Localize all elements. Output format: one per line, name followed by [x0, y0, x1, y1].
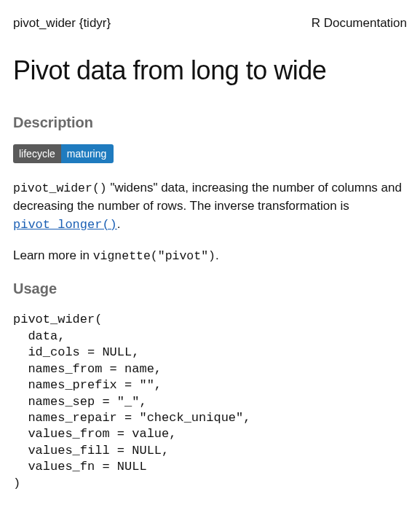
inline-code-vignette: vignette("pivot") [93, 249, 215, 263]
doc-header: pivot_wider {tidyr} R Documentation [13, 15, 407, 32]
badge-value: maturing [61, 144, 114, 163]
description-text-2: . [117, 217, 121, 231]
description-paragraph-2: Learn more in vignette("pivot"). [13, 247, 407, 265]
inline-code-pivot-wider: pivot_wider() [13, 181, 107, 195]
description-paragraph-1: pivot_wider() "widens" data, increasing … [13, 179, 407, 234]
learn-more-pre: Learn more in [13, 248, 93, 262]
function-package-label: pivot_wider {tidyr} [13, 15, 111, 32]
usage-code-block: pivot_wider( data, id_cols = NULL, names… [13, 312, 407, 492]
lifecycle-badge: lifecycle maturing [13, 144, 114, 163]
usage-heading: Usage [13, 278, 407, 299]
pivot-longer-link[interactable]: pivot_longer() [13, 218, 117, 232]
description-heading: Description [13, 112, 407, 133]
page-title: Pivot data from long to wide [13, 52, 407, 89]
badge-key: lifecycle [13, 144, 61, 163]
learn-more-post: . [215, 248, 219, 262]
doc-type-label: R Documentation [312, 15, 407, 32]
